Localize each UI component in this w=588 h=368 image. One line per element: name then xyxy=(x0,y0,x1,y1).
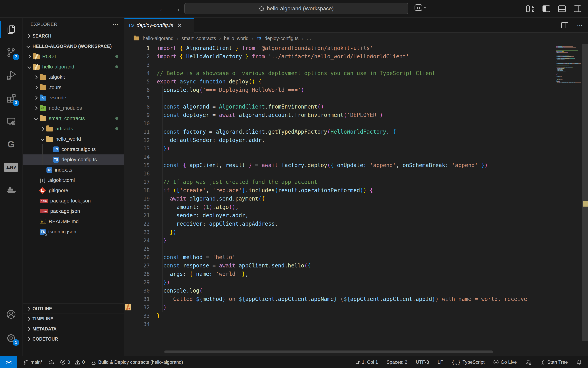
status-cursor-position[interactable]: Ln 1, Col 1 xyxy=(355,359,378,365)
status-go-live[interactable]: Go Live xyxy=(493,359,517,365)
code-line-17[interactable]: 17 // If app was just created fund the a… xyxy=(125,178,555,186)
copilot-menu[interactable] xyxy=(415,4,426,11)
status-sync-changes[interactable] xyxy=(48,359,54,365)
search-section[interactable]: SEARCH xyxy=(23,31,124,41)
codetour-marker-icon[interactable] xyxy=(125,304,131,310)
section-outline[interactable]: OUTLINE xyxy=(23,304,124,313)
activity-source-control[interactable]: 7 xyxy=(0,42,22,63)
code-line-9[interactable]: 9 const deployer = await algorand.accoun… xyxy=(125,111,555,119)
code-area[interactable]: 1import { AlgorandClient } from '@algora… xyxy=(125,44,555,356)
code-line-10[interactable]: 10 xyxy=(125,119,555,128)
breadcrumb-item[interactable]: … xyxy=(307,36,311,41)
minimap[interactable] xyxy=(555,44,581,356)
horizontal-scrollbar[interactable] xyxy=(164,350,493,353)
tree-item-hello-world[interactable]: hello_world xyxy=(23,134,124,144)
section-codetour[interactable]: CODETOUR xyxy=(23,334,124,344)
vertical-scrollbar[interactable] xyxy=(582,44,588,356)
code-line-32[interactable]: 32 ) xyxy=(125,303,555,312)
tab-deploy-config[interactable]: TS deploy-config.ts ✕ xyxy=(125,18,194,33)
tree-item-hello-algorand[interactable]: hello-algorand xyxy=(23,62,124,72)
tree-item--algokit-toml[interactable]: [T].algokit.toml xyxy=(23,175,124,185)
forward-icon[interactable]: → xyxy=(173,5,181,13)
status-copilot-status[interactable] xyxy=(525,359,531,365)
code-line-14[interactable]: 14 xyxy=(125,153,555,161)
code-line-6[interactable]: 6 console.log('=== Deploying HelloWorld … xyxy=(125,86,555,94)
breadcrumb-item[interactable]: hello-algorand xyxy=(143,36,173,41)
code-line-29[interactable]: 29 }) xyxy=(125,278,555,286)
tree-item--gitignore[interactable]: .gitignore xyxy=(23,185,124,196)
code-line-12[interactable]: 12 defaultSender: deployer.addr, xyxy=(125,136,555,144)
code-line-33[interactable]: 33} xyxy=(125,312,555,320)
breadcrumb-item[interactable]: deploy-config.ts xyxy=(264,36,299,41)
code-line-28[interactable]: 28 args: { name: 'world' }, xyxy=(125,270,555,278)
toggle-secondary-sidebar-icon[interactable] xyxy=(574,5,581,12)
tree-item-smart-contracts[interactable]: smart_contracts xyxy=(23,113,124,123)
toggle-panel-icon[interactable] xyxy=(558,5,566,12)
toggle-primary-sidebar-icon[interactable] xyxy=(543,5,550,12)
status-encoding[interactable]: UTF-8 xyxy=(416,359,429,365)
code-line-1[interactable]: 1import { AlgorandClient } from '@algora… xyxy=(125,44,555,52)
status-problems[interactable]: 00 xyxy=(60,359,85,365)
code-line-31[interactable]: 31 `Called ${method} on ${appClient.appC… xyxy=(125,295,555,303)
code-line-3[interactable]: 3 xyxy=(125,61,555,69)
tree-item-package-lock-json[interactable]: npmpackage-lock.json xyxy=(23,196,124,206)
activity-explorer[interactable] xyxy=(0,19,22,40)
close-tab-icon[interactable]: ✕ xyxy=(177,22,182,29)
code-line-34[interactable]: 34 xyxy=(125,320,555,328)
activity-run-and-debug[interactable] xyxy=(0,65,22,86)
code-line-7[interactable]: 7 xyxy=(125,94,555,102)
code-line-25[interactable]: 25 xyxy=(125,245,555,253)
activity-dotenv[interactable]: .ENV xyxy=(0,157,22,177)
code-line-27[interactable]: 27 const response = await appClient.send… xyxy=(125,261,555,270)
tree-item--vscode[interactable]: .vscode xyxy=(23,92,124,103)
breadcrumb-item[interactable]: smart_contracts xyxy=(181,36,216,41)
activity-extensions[interactable]: 3 xyxy=(0,88,22,109)
status-start-tree[interactable]: Start Tree xyxy=(540,359,568,365)
activity-accounts[interactable] xyxy=(0,304,22,324)
status-notifications[interactable] xyxy=(576,359,582,365)
status-indentation[interactable]: Spaces: 2 xyxy=(387,359,407,365)
activity-remote-explorer[interactable] xyxy=(0,111,22,131)
section-timeline[interactable]: TIMELINE xyxy=(23,313,124,324)
activity-settings[interactable]: 1 xyxy=(0,328,22,348)
tree-item-package-json[interactable]: npmpackage.json xyxy=(23,206,124,216)
code-line-2[interactable]: 2import { HelloWorldFactory } from '../a… xyxy=(125,52,555,61)
code-line-23[interactable]: 23 }) xyxy=(125,228,555,236)
scrollbar-slider[interactable] xyxy=(582,44,588,341)
tree-item-deploy-config-ts[interactable]: TSdeploy-config.ts xyxy=(23,155,124,165)
customize-layout-icon[interactable] xyxy=(526,5,535,12)
back-icon[interactable]: ← xyxy=(159,5,166,13)
workspace-section-header[interactable]: HELLO-ALGORAND (WORKSPACE) xyxy=(23,41,124,51)
explorer-more-actions[interactable]: ⋯ xyxy=(113,21,119,28)
tree-item-contract-algo-ts[interactable]: TScontract.algo.ts xyxy=(23,144,124,155)
breadcrumb-item[interactable]: hello_world xyxy=(224,36,248,41)
split-editor-icon[interactable] xyxy=(561,22,568,28)
code-line-15[interactable]: 15 const { appClient, result } = await f… xyxy=(125,161,555,169)
code-line-5[interactable]: 5export async function deploy() { xyxy=(125,77,555,86)
editor-more-actions-icon[interactable]: ⋯ xyxy=(577,22,583,29)
code-line-4[interactable]: 4// Below is a showcase of various deplo… xyxy=(125,69,555,77)
tree-item-node-modules[interactable]: node_modules xyxy=(23,103,124,113)
code-line-24[interactable]: 24 } xyxy=(125,236,555,245)
tree-item--tours[interactable]: .tours xyxy=(23,82,124,92)
tree-item-index-ts[interactable]: TSindex.ts xyxy=(23,165,124,175)
tree-item-tsconfig-json[interactable]: TStsconfig.json xyxy=(23,227,124,237)
activity-gitlens[interactable]: G xyxy=(0,134,22,155)
code-line-13[interactable]: 13 }) xyxy=(125,144,555,153)
tree-item-root[interactable]: ROOT xyxy=(23,51,124,62)
code-line-16[interactable]: 16 xyxy=(125,169,555,178)
status-eol[interactable]: LF xyxy=(438,359,443,365)
code-line-11[interactable]: 11 const factory = algorand.client.getTy… xyxy=(125,128,555,136)
tree-item-readme-md[interactable]: M↓README.md xyxy=(23,216,124,227)
status-git-branch[interactable]: main* xyxy=(23,359,42,365)
tree-item--algokit[interactable]: .algokit xyxy=(23,72,124,82)
code-line-19[interactable]: 19 await algorand.send.payment({ xyxy=(125,194,555,203)
activity-docker[interactable] xyxy=(0,180,22,200)
section-metadata[interactable]: METADATA xyxy=(23,324,124,334)
code-line-20[interactable]: 20 amount: (1).algo(), xyxy=(125,203,555,211)
code-line-22[interactable]: 22 receiver: appClient.appAddress, xyxy=(125,220,555,228)
status-language-mode[interactable]: { }✕TypeScript xyxy=(452,359,485,365)
tree-item-artifacts[interactable]: artifacts xyxy=(23,123,124,134)
code-line-8[interactable]: 8 const algorand = AlgorandClient.fromEn… xyxy=(125,102,555,111)
code-line-30[interactable]: 30 console.log( xyxy=(125,286,555,295)
